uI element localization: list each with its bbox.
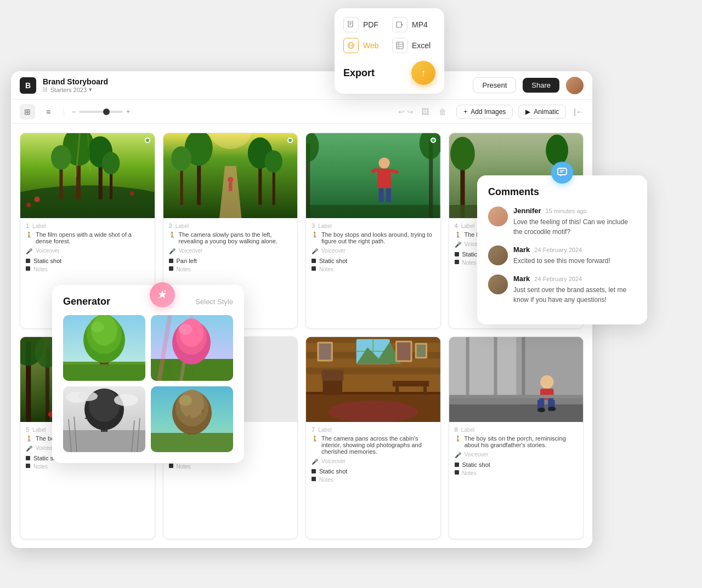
card-desc-8: 🚶 The boy sits on the porch, reminiscing…: [455, 435, 578, 448]
comments-title: Comments: [488, 186, 636, 198]
svg-point-98: [540, 375, 553, 389]
export-mp4[interactable]: MP4: [392, 17, 435, 32]
card-body-2: 2 Label 🚶 The camera slowly pans to the …: [163, 218, 298, 280]
comment-content-3: Mark 24 February 2024 Just sent over the…: [513, 275, 636, 305]
export-web[interactable]: Web: [343, 38, 387, 53]
svg-rect-97: [449, 404, 584, 422]
svg-point-13: [34, 197, 39, 202]
generator-button[interactable]: [150, 282, 175, 307]
notes-dot-8: [455, 470, 459, 475]
svg-rect-108: [522, 337, 525, 398]
notes-dot-4: [455, 260, 459, 264]
list-view-icon[interactable]: ≡: [41, 104, 56, 119]
mic-icon-5: 🎤: [26, 446, 32, 452]
export-excel[interactable]: Excel: [392, 38, 435, 53]
svg-point-104: [537, 408, 545, 412]
notes-dot-6: [169, 464, 173, 468]
gen-thumb-3[interactable]: [63, 386, 145, 452]
brand-logo: B: [20, 77, 36, 94]
export-popup: PDF MP4 Web Excel Export ↑: [335, 8, 444, 94]
grid-view-icon[interactable]: ⊞: [20, 104, 35, 119]
card-desc-2: 🚶 The camera slowly pans to the left, re…: [169, 231, 292, 244]
pdf-icon: [343, 17, 359, 32]
shot-dot-4: [455, 252, 459, 256]
svg-point-10: [51, 145, 71, 170]
export-upload-button[interactable]: ↑: [411, 61, 435, 85]
gen-thumb-1[interactable]: [63, 315, 145, 381]
card-shot-8: Static shot: [455, 461, 578, 468]
svg-rect-82: [322, 370, 344, 381]
comment-header-3: Mark 24 February 2024: [513, 275, 636, 283]
redo-icon[interactable]: ↪: [407, 107, 414, 116]
svg-rect-107: [494, 337, 497, 398]
svg-rect-106: [466, 337, 469, 398]
card-image-3: [306, 133, 440, 218]
card-desc-3: 🚶 The boy stops and looks around, trying…: [312, 231, 435, 244]
mic-icon-2: 🎤: [169, 248, 176, 254]
svg-rect-119: [397, 42, 403, 49]
generator-title: Generator: [63, 296, 110, 307]
notes-dot-1: [26, 266, 30, 271]
export-pdf[interactable]: PDF: [343, 17, 387, 32]
svg-rect-83: [393, 381, 429, 386]
animatic-button[interactable]: ▶ Animatic: [518, 105, 566, 119]
card-num-1: 1 Label: [26, 222, 149, 229]
card-notes-7: Notes: [312, 477, 435, 483]
trash-icon[interactable]: 🗑: [439, 107, 446, 116]
app-subtitle: Starters 2023 ▾: [43, 86, 108, 93]
comment-text-3: Just sent over the brand assets, let me …: [513, 285, 636, 305]
notes-dot-2: [169, 266, 173, 271]
mic-icon-8: 🎤: [455, 452, 461, 458]
card-voice-1: 🎤 Voiceover: [26, 248, 149, 254]
card-desc-1: 🚶 The film opens with a wide shot of a d…: [26, 231, 149, 244]
shot-dot-8: [455, 463, 459, 467]
add-images-button[interactable]: + Add Images: [456, 105, 513, 119]
svg-point-80: [329, 401, 418, 422]
zoom-slider[interactable]: [79, 111, 123, 113]
gen-thumb-2[interactable]: [151, 315, 233, 381]
svg-rect-87: [319, 344, 331, 360]
svg-rect-0: [43, 87, 47, 92]
story-card-8: 8 Label 🚶 The boy sits on the porch, rem…: [449, 336, 584, 539]
svg-point-27: [264, 150, 282, 173]
notes-dot-5: [26, 464, 30, 468]
file-icon: [43, 87, 48, 93]
card-notes-2: Notes: [169, 266, 292, 272]
comments-panel: Comments Jennifer 15 minutes ago Love th…: [477, 175, 647, 324]
comment-icon[interactable]: [551, 162, 573, 184]
svg-point-14: [26, 203, 31, 207]
gen-thumb-4[interactable]: [151, 386, 233, 452]
present-button[interactable]: Present: [473, 77, 516, 93]
svg-rect-123: [558, 168, 567, 175]
svg-point-169: [201, 409, 205, 413]
svg-point-36: [378, 157, 389, 168]
card-voice-3: 🎤 Voiceover: [312, 248, 435, 254]
card-body-1: 1 Label 🚶 The film opens with a wide sho…: [20, 218, 155, 280]
svg-rect-109: [449, 395, 584, 398]
card-image-8: [449, 337, 584, 422]
card-notes-6: Notes: [169, 464, 292, 470]
svg-point-4: [20, 185, 155, 218]
svg-rect-29: [229, 182, 232, 191]
scene-svg-8: [449, 337, 584, 422]
card-notes-3: Notes: [312, 266, 435, 272]
undo-icon[interactable]: ↩: [398, 107, 405, 116]
svg-point-105: [548, 407, 556, 411]
shot-dot-3: [312, 259, 316, 263]
svg-rect-39: [386, 188, 391, 202]
mic-icon-7: 🎤: [312, 459, 318, 465]
card-num-3: 3 Label: [312, 222, 435, 229]
image-icon[interactable]: 🖼: [421, 107, 429, 116]
select-style-button[interactable]: Select Style: [195, 298, 233, 306]
collapse-icon[interactable]: |←: [574, 107, 584, 116]
svg-point-145: [179, 324, 192, 335]
share-button[interactable]: Share: [523, 78, 559, 93]
story-card-7: 7 Label 🚶 The camera pans across the cab…: [305, 336, 441, 539]
card-shot-7: Static shot: [312, 468, 435, 475]
svg-point-47: [546, 135, 568, 166]
zoom-control: − +: [72, 108, 130, 116]
svg-point-127: [164, 290, 166, 292]
card-num-2: 2 Label: [169, 222, 292, 229]
svg-point-168: [179, 412, 183, 416]
person-icon-4: 🚶: [455, 232, 461, 238]
